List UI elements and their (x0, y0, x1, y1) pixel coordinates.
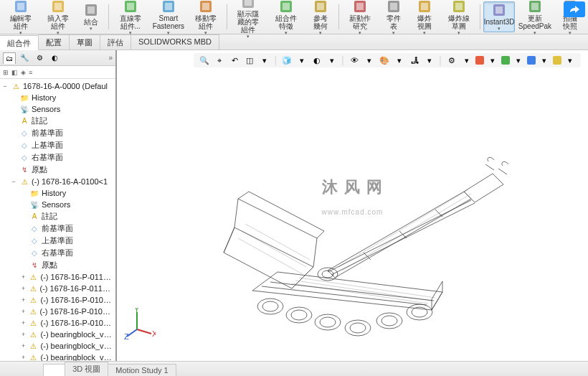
ribbon-exp-line-button[interactable]: 爆炸線草圖▾ (441, 1, 477, 32)
view-tool-button[interactable]: ▾ (393, 55, 406, 66)
tree-node[interactable]: ↯原點 (0, 164, 115, 176)
tree-twisty[interactable]: − (1, 83, 9, 90)
tree-node[interactable]: +⚠(-) bearingblock_vex... (0, 329, 115, 340)
tree-node[interactable]: −⚠1678-16-A-0000 (Defaul (0, 80, 115, 92)
tree-node[interactable]: A註記 (0, 210, 115, 222)
sheet-tab[interactable]: 3D 視圖 (65, 362, 108, 376)
filter-icon[interactable]: ≡ (29, 69, 32, 76)
graphics-area[interactable]: 🔍⌖↶◫▾│🧊▾◐▾│👁▾🎨▾🏞▾│⚙▾▾▾▾▾ 沐 风 网 www.mfcad… (117, 50, 588, 361)
tree-node[interactable]: ◇前基準面 (0, 222, 115, 235)
ribbon-insert-part-button[interactable]: 插入零組件▾ (40, 1, 76, 32)
tree-twisty[interactable]: − (10, 178, 17, 185)
view-tool-button[interactable]: 👁 (348, 55, 361, 66)
ribbon-explode-button[interactable]: 爆炸視圖▾ (409, 1, 440, 32)
svg-rect-7 (127, 3, 134, 10)
color-swatch[interactable] (527, 56, 536, 65)
tree-node[interactable]: +⚠(-) 1678-16-P-0114<... (0, 271, 115, 283)
view-tool-button[interactable]: ▾ (295, 55, 308, 66)
ribbon-instant3d-button[interactable]: Instant3D▾ (483, 1, 516, 32)
view-tool-button[interactable]: ⚙ (445, 55, 458, 66)
ribbon-linear-pat-button[interactable]: 直線零組件...▾ (112, 1, 148, 32)
tree-node[interactable]: ↯原點 (0, 259, 115, 271)
view-tool-button[interactable]: 🎨 (378, 55, 391, 66)
command-manager-tabs: 組合件配置草圖評估SOLIDWORKS MBD (0, 34, 588, 50)
view-tool-button[interactable]: ▾ (258, 55, 271, 66)
feature-tree-tab[interactable]: 🗂 (3, 52, 16, 64)
tree-node[interactable]: +⚠(-) 1678-16-P-0102<... (0, 317, 115, 329)
svg-point-35 (291, 310, 307, 320)
view-triad[interactable]: X Y Z (124, 308, 156, 339)
tree-node[interactable]: 📡Sensors (0, 103, 115, 115)
filter-icon[interactable]: ◈ (21, 69, 26, 76)
share-button[interactable] (564, 1, 585, 17)
ribbon-smart-fast-button[interactable]: Smart Fasteners▾ (150, 1, 186, 32)
property-tab[interactable]: 🔧 (18, 52, 31, 64)
view-tool-button[interactable]: 🔍 (198, 55, 211, 66)
color-swatch[interactable] (475, 56, 484, 65)
view-tool-button[interactable]: ▾ (460, 55, 473, 66)
tree-node[interactable]: +⚠(-) 1678-16-P-0101<2... (0, 306, 115, 317)
view-tool-button[interactable]: ⌖ (213, 55, 226, 66)
tree-node[interactable]: 📁History (0, 92, 115, 103)
tree-node[interactable]: ◇右基準面 (0, 247, 115, 259)
display-tab[interactable]: ◐ (48, 52, 61, 64)
ribbon-motion-button[interactable]: 新動作研究▾ (342, 1, 378, 32)
view-tool-button[interactable]: 🏞 (408, 55, 421, 66)
sheet-tab[interactable] (43, 364, 65, 376)
view-tool-button[interactable]: ▾ (363, 55, 376, 66)
tree-node[interactable]: ◇上基準面 (0, 235, 115, 247)
dropdown-caret-icon[interactable]: ▾ (538, 55, 551, 66)
ribbon-edit-part-button[interactable]: 編輯零組件▾ (3, 1, 39, 32)
dropdown-caret-icon[interactable]: ▾ (564, 55, 577, 66)
tree-twisty[interactable]: + (20, 342, 27, 349)
color-swatch[interactable] (501, 56, 510, 65)
tree-twisty[interactable]: + (20, 285, 27, 292)
tree-node[interactable]: +⚠(-) 1678-16-P-0101<... (0, 294, 115, 306)
filter-icon[interactable]: ⊞ (3, 69, 9, 76)
tree-node[interactable]: +⚠(-) bearingblock_vex... (0, 340, 115, 352)
tree-node[interactable]: 📡Sensors (0, 199, 115, 210)
svg-text:Z: Z (124, 332, 129, 339)
view-tool-button[interactable]: ▾ (423, 55, 436, 66)
tree-node[interactable]: −⚠(-) 1678-16-A-0100<1 (0, 176, 115, 187)
note-warn-icon: A (19, 116, 29, 126)
view-tool-button[interactable]: ↶ (228, 55, 241, 66)
panel-restore-icon[interactable]: » (108, 54, 113, 62)
tree-node[interactable]: +⚠(-) bearingblock_vex... (0, 352, 115, 361)
dropdown-caret-icon[interactable]: ▾ (512, 55, 525, 66)
command-tab[interactable]: 配置 (39, 34, 70, 50)
color-swatch[interactable] (553, 56, 561, 65)
tree-node[interactable]: ◇上基準面 (0, 139, 115, 151)
tree-node[interactable]: ◇右基準面 (0, 151, 115, 164)
filter-icon[interactable]: ◧ (11, 69, 18, 76)
tree-twisty[interactable]: + (20, 273, 27, 281)
tree-node[interactable]: +⚠(-) 1678-16-P-0114<2... (0, 283, 115, 294)
ribbon-mate-button[interactable]: 結合▾ (77, 1, 105, 32)
ribbon-bom-button[interactable]: 零件表▾ (379, 1, 408, 32)
ribbon-show-hide-button[interactable]: 顯示隱藏的零組件▾ (230, 1, 267, 32)
command-tab[interactable]: SOLIDWORKS MBD (131, 34, 219, 50)
tree-twisty[interactable]: + (20, 331, 27, 338)
tree-node-label: 前基準面 (32, 128, 63, 138)
ribbon-asm-feat-button[interactable]: 組合件特徵▾ (268, 1, 304, 32)
command-tab[interactable]: 草圖 (70, 34, 100, 50)
tree-node[interactable]: 📁History (0, 187, 115, 199)
dropdown-caret-icon[interactable]: ▾ (486, 55, 499, 66)
view-tool-button[interactable]: ◫ (243, 55, 256, 66)
tree-twisty[interactable]: + (20, 354, 27, 361)
view-tool-button[interactable]: ◐ (310, 55, 323, 66)
command-tab[interactable]: 組合件 (0, 35, 39, 50)
tree-twisty[interactable]: + (20, 319, 27, 326)
config-tab[interactable]: ⚙ (33, 52, 46, 64)
tree-node[interactable]: A註記 (0, 115, 115, 127)
view-tool-button[interactable]: 🧊 (280, 55, 293, 66)
ribbon-speedpak-button[interactable]: 更新SpeedPak▾ (516, 1, 553, 32)
ribbon-ref-geom-button[interactable]: 參考幾何▾ (305, 1, 336, 32)
tree-twisty[interactable]: + (20, 308, 27, 315)
tree-twisty[interactable]: + (20, 296, 27, 304)
view-tool-button[interactable]: ▾ (326, 55, 338, 66)
sheet-tab[interactable]: Motion Study 1 (108, 364, 176, 376)
command-tab[interactable]: 評估 (100, 34, 131, 50)
tree-node[interactable]: ◇前基準面 (0, 127, 115, 139)
ribbon-move-button[interactable]: 移動零組件▾ (188, 1, 224, 32)
